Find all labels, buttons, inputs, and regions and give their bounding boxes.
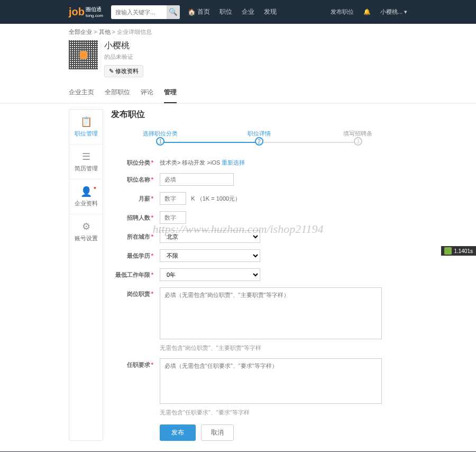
company-subtitle: 的品未验证 — [104, 53, 143, 61]
breadcrumb-current: 企业详细信息 — [117, 29, 152, 35]
breadcrumb-link[interactable]: 其他 — [99, 29, 111, 35]
sidebar-label: 账号设置 — [75, 235, 98, 241]
reselect-link[interactable]: 重新选择 — [222, 159, 245, 166]
content-area: 发布职位 选择职位分类 1 职位详情 2 填写招聘条 3 职位分类* — [111, 109, 407, 441]
label-exp: 最低工作年限 — [115, 272, 150, 278]
sidebar: 📋 职位管理 ☰ 简历管理 • 👤 企业资料 ⚙ 账号设置 — [69, 109, 103, 441]
nav-company[interactable]: 企业 — [242, 7, 254, 16]
label-category: 职位分类 — [127, 159, 150, 166]
step-2: 职位详情 2 — [210, 137, 309, 146]
salary-input[interactable] — [160, 192, 186, 205]
pencil-icon: ✎ — [109, 68, 114, 75]
tab-all-jobs[interactable]: 全部职位 — [105, 83, 130, 103]
perf-value: 1.1401s — [454, 248, 473, 254]
salary-unit: K （1K = 1000元） — [191, 195, 241, 202]
search-icon: 🔍 — [169, 8, 178, 16]
company-profile: 小樱桃 的品未验证 ✎修改资料 — [0, 40, 476, 83]
sidebar-item-settings[interactable]: ⚙ 账号设置 — [69, 214, 103, 249]
company-name: 小樱桃 — [104, 40, 143, 51]
label-edu: 最低学历 — [127, 252, 150, 259]
notification-dot: • — [94, 184, 96, 192]
logo[interactable]: job 圈伯通 tong.com — [69, 6, 103, 18]
user-menu[interactable]: 小樱桃... ▾ — [380, 8, 407, 16]
job-name-input[interactable] — [160, 173, 234, 186]
count-input[interactable] — [160, 211, 186, 224]
sidebar-label: 简历管理 — [75, 165, 98, 171]
label-req: 任职要求 — [127, 361, 150, 368]
username: 小樱桃... — [380, 8, 402, 16]
sidebar-item-resume[interactable]: ☰ 简历管理 — [69, 144, 103, 179]
sidebar-label: 职位管理 — [75, 130, 98, 137]
step-1: 选择职位分类 1 — [111, 137, 210, 146]
label-name: 职位名称 — [127, 176, 150, 183]
search-button[interactable]: 🔍 — [167, 5, 180, 19]
label-count: 招聘人数 — [127, 214, 150, 221]
profile-tabs: 企业主页 全部职位 评论 管理 — [0, 83, 476, 104]
publish-button[interactable]: 发布 — [160, 424, 196, 441]
tab-manage[interactable]: 管理 — [164, 83, 177, 103]
category-value: 技术类> 移动开发 >iOS 重新选择 — [160, 156, 407, 167]
document-icon: 📋 — [72, 116, 100, 128]
label-salary: 月薪 — [139, 195, 150, 202]
page-title: 发布职位 — [111, 109, 407, 120]
exp-select[interactable]: 0年 — [160, 268, 260, 281]
label-city: 所在城市 — [127, 233, 150, 240]
logo-subtitle: 圈伯通 — [86, 6, 103, 13]
tab-comments[interactable]: 评论 — [141, 83, 153, 103]
label-duty: 岗位职责 — [127, 291, 150, 297]
job-form: 职位分类* 技术类> 移动开发 >iOS 重新选择 职位名称* 月薪* K （1… — [111, 156, 407, 441]
step-circle: 3 — [354, 137, 362, 146]
edu-select[interactable]: 不限 — [160, 249, 260, 262]
perf-icon — [444, 247, 452, 255]
sidebar-item-profile[interactable]: • 👤 企业资料 — [69, 179, 103, 214]
edit-label: 修改资料 — [115, 67, 139, 75]
step-label: 选择职位分类 — [111, 130, 210, 138]
search-input[interactable] — [111, 9, 167, 15]
cancel-button[interactable]: 取消 — [201, 424, 234, 441]
nav-discover[interactable]: 发现 — [264, 7, 277, 16]
header-right: 发布职位 🔔 小樱桃... ▾ — [331, 8, 407, 16]
step-label: 填写招聘条 — [308, 130, 407, 138]
breadcrumb-link[interactable]: 全部企业 — [69, 29, 92, 35]
step-3: 填写招聘条 3 — [308, 137, 407, 146]
sidebar-item-jobs[interactable]: 📋 职位管理 — [69, 110, 103, 144]
step-circle: 1 — [156, 137, 164, 146]
sidebar-label: 企业资料 — [75, 200, 98, 206]
main-header: job 圈伯通 tong.com 🔍 🏠首页 职位 企业 发现 发布职位 🔔 小… — [0, 0, 476, 24]
step-indicator: 选择职位分类 1 职位详情 2 填写招聘条 3 — [111, 137, 407, 146]
list-icon: ☰ — [72, 151, 100, 162]
edit-profile-button[interactable]: ✎修改资料 — [104, 65, 143, 77]
tab-home[interactable]: 企业主页 — [69, 83, 94, 103]
chevron-down-icon: ▾ — [404, 8, 407, 15]
main-content: 📋 职位管理 ☰ 简历管理 • 👤 企业资料 ⚙ 账号设置 发布职位 选择职位分… — [0, 104, 476, 451]
main-nav: 🏠首页 职位 企业 发现 — [188, 7, 277, 16]
duty-textarea[interactable] — [160, 287, 382, 339]
home-icon: 🏠 — [188, 8, 196, 16]
breadcrumb: 全部企业 > 其他 > 企业详细信息 — [0, 24, 476, 40]
duty-hint: 无需包含"岗位职责"、"主要职责"等字样 — [160, 344, 407, 352]
logo-text: job — [69, 6, 85, 18]
step-circle: 2 — [255, 137, 263, 146]
step-label: 职位详情 — [210, 130, 309, 138]
logo-domain: tong.com — [86, 13, 103, 18]
perf-badge: 1.1401s — [441, 246, 476, 256]
gear-icon: ⚙ — [72, 221, 100, 232]
nav-home[interactable]: 🏠首页 — [188, 7, 210, 16]
search-box: 🔍 — [111, 5, 180, 19]
req-hint: 无需包含"任职要求"、"要求"等字样 — [160, 409, 407, 417]
nav-label: 首页 — [197, 7, 210, 16]
notifications-icon[interactable]: 🔔 — [363, 8, 371, 15]
publish-link[interactable]: 发布职位 — [331, 8, 354, 16]
req-textarea[interactable] — [160, 358, 382, 404]
nav-jobs[interactable]: 职位 — [219, 7, 232, 16]
city-select[interactable]: 北京 — [160, 230, 260, 243]
qr-code — [69, 40, 98, 69]
